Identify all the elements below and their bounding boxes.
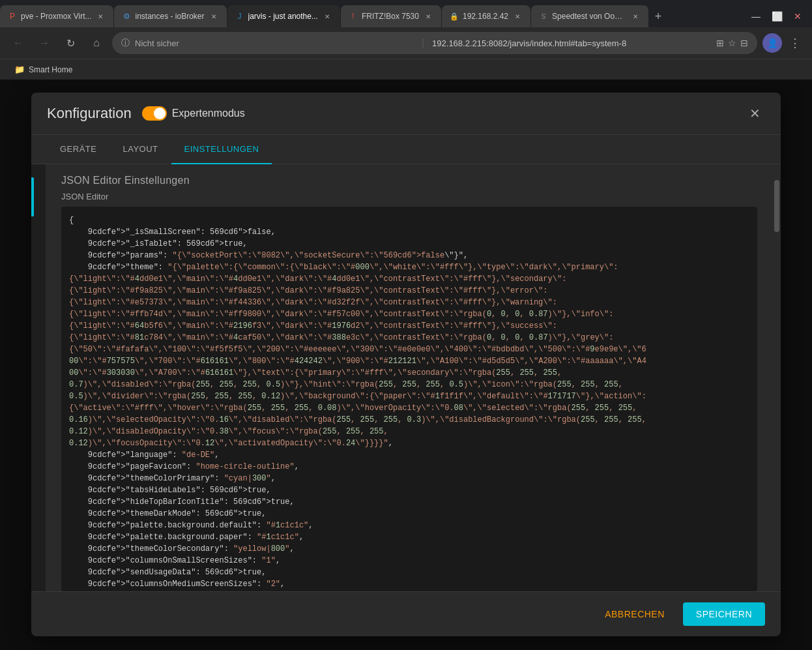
address-bar-actions: ⊞ ☆ ⊟: [716, 38, 748, 48]
dialog-footer: ABBRECHEN SPEICHERN: [31, 591, 781, 636]
address-separator: |: [422, 37, 424, 49]
section-heading: JSON Editor Einstellungen: [46, 164, 773, 192]
address-bar[interactable]: ⓘ Nicht sicher | 192.168.2.215:8082/jarv…: [112, 32, 757, 54]
tab-ip-favicon: 🔒: [450, 12, 459, 21]
tab-iobroker-favicon: ⚙: [122, 12, 131, 21]
reload-button[interactable]: ↻: [60, 33, 81, 53]
bookmark-folder-icon: 📁: [14, 65, 25, 74]
tab-iobroker-label: instances - ioBroker: [135, 12, 204, 21]
close-window-button[interactable]: ✕: [789, 7, 807, 25]
tab-jarvis[interactable]: J jarvis - just anothe... ✕: [227, 5, 340, 27]
scrollbar[interactable]: [773, 164, 781, 591]
browser-actions: 👤 ⋮: [762, 33, 804, 53]
address-bar-url: 192.168.2.215:8082/jarvis/index.html#tab…: [432, 38, 711, 48]
configuration-dialog: Konfiguration Expertenmodus ✕ GERÄTE LAY…: [31, 93, 781, 636]
tab-speedtest[interactable]: S Speedtest von Ookl... ✕: [531, 5, 648, 27]
sidebar-indicator: [31, 177, 34, 216]
expert-toggle-switch[interactable]: [142, 106, 167, 121]
tab-fritz-label: FRITZ!Box 7530: [362, 12, 419, 21]
address-bar-row: ← → ↻ ⌂ ⓘ Nicht sicher | 192.168.2.215:8…: [0, 27, 812, 59]
tab-jarvis-favicon: J: [235, 12, 244, 21]
dialog-sidebar: [31, 164, 46, 591]
json-editor-area: JSON Editor { 9cdcfe">"_isSmallScreen": …: [46, 192, 773, 591]
tab-speedtest-label: Speedtest von Ookl...: [552, 12, 626, 21]
tab-iobroker[interactable]: ⚙ instances - ioBroker ✕: [114, 5, 226, 27]
maximize-button[interactable]: ⬜: [768, 7, 786, 25]
tab-einstellungen[interactable]: EINSTELLUNGEN: [171, 135, 272, 164]
window-controls: — ⬜ ✕: [747, 7, 812, 25]
page-background: Konfiguration Expertenmodus ✕ GERÄTE LAY…: [0, 80, 812, 650]
expert-mode-label: Expertenmodus: [172, 108, 245, 119]
tab-fritz-favicon: !: [349, 12, 358, 21]
address-bar-security: Nicht sicher: [135, 38, 414, 48]
dialog-tabs: GERÄTE LAYOUT EINSTELLUNGEN: [31, 135, 781, 164]
bookmarks-bar: 📁 Smart Home: [0, 59, 812, 80]
tab-bar: P pve - Proxmox Virt... ✕ ⚙ instances - …: [0, 0, 812, 27]
tab-pve-label: pve - Proxmox Virt...: [21, 12, 91, 21]
home-button[interactable]: ⌂: [86, 33, 107, 53]
json-editor-content[interactable]: { 9cdcfe">"_isSmallScreen": 569cd6">fals…: [61, 207, 757, 591]
tab-jarvis-close[interactable]: ✕: [322, 11, 332, 22]
screen-share-icon[interactable]: ⊞: [716, 38, 724, 48]
profile-button[interactable]: 👤: [762, 33, 782, 53]
tab-pve-close[interactable]: ✕: [95, 11, 106, 22]
forward-button[interactable]: →: [34, 33, 55, 53]
cancel-button[interactable]: ABBRECHEN: [594, 602, 675, 626]
page-content: Konfiguration Expertenmodus ✕ GERÄTE LAY…: [0, 80, 812, 650]
browser-menu-button[interactable]: ⋮: [786, 34, 804, 52]
expert-mode-toggle[interactable]: Expertenmodus: [142, 106, 245, 121]
bookmark-list-icon[interactable]: ⊟: [740, 38, 748, 48]
save-button[interactable]: SPEICHERN: [683, 602, 765, 626]
browser-chrome: P pve - Proxmox Virt... ✕ ⚙ instances - …: [0, 0, 812, 80]
tab-ip-label: 192.168.2.42: [463, 12, 508, 21]
tab-layout[interactable]: LAYOUT: [109, 135, 171, 164]
dialog-header: Konfiguration Expertenmodus ✕: [31, 93, 781, 135]
tab-pve[interactable]: P pve - Proxmox Virt... ✕: [0, 5, 113, 27]
tab-speedtest-favicon: S: [539, 12, 548, 21]
bookmark-smart-home[interactable]: 📁 Smart Home: [8, 62, 79, 77]
security-icon: ⓘ: [121, 37, 130, 49]
tab-ip-close[interactable]: ✕: [512, 11, 523, 22]
tab-speedtest-close[interactable]: ✕: [630, 11, 641, 22]
tab-jarvis-label: jarvis - just anothe...: [248, 12, 318, 21]
back-button[interactable]: ←: [8, 33, 29, 53]
dialog-close-button[interactable]: ✕: [744, 103, 765, 124]
dialog-title: Konfiguration: [47, 105, 132, 122]
tab-ip[interactable]: 🔒 192.168.2.42 ✕: [442, 5, 530, 27]
json-editor-label: JSON Editor: [61, 192, 757, 201]
tab-fritz[interactable]: ! FRITZ!Box 7530 ✕: [341, 5, 441, 27]
new-tab-button[interactable]: +: [649, 7, 667, 25]
bookmark-star-icon[interactable]: ☆: [728, 38, 736, 48]
scroll-thumb[interactable]: [774, 180, 779, 232]
dialog-main: JSON Editor Einstellungen JSON Editor { …: [46, 164, 773, 591]
close-icon: ✕: [749, 106, 761, 121]
tab-geraete[interactable]: GERÄTE: [47, 135, 109, 164]
section-heading-text: JSON Editor Einstellungen: [61, 175, 190, 186]
tab-fritz-close[interactable]: ✕: [423, 11, 433, 22]
dialog-overlay: Konfiguration Expertenmodus ✕ GERÄTE LAY…: [0, 80, 812, 650]
tab-iobroker-close[interactable]: ✕: [209, 11, 219, 22]
bookmark-label: Smart Home: [29, 65, 72, 74]
tab-pve-favicon: P: [8, 12, 17, 21]
minimize-button[interactable]: —: [747, 7, 765, 25]
dialog-body: JSON Editor Einstellungen JSON Editor { …: [31, 164, 781, 591]
